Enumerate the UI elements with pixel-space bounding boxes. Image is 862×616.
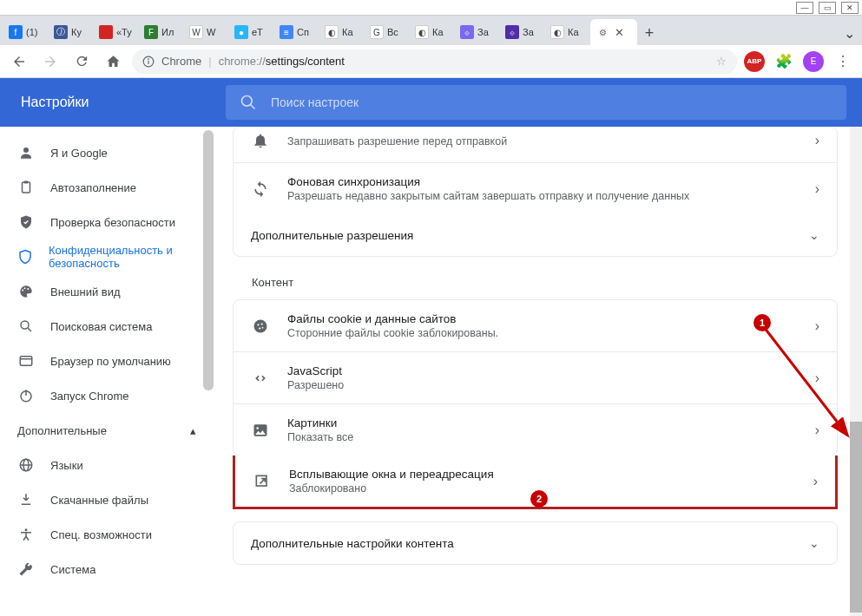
profile-avatar[interactable]: Е — [803, 51, 824, 72]
window-maximize-button[interactable]: ▭ — [819, 2, 836, 14]
tab-favicon-icon: G — [370, 25, 384, 39]
row-background-sync[interactable]: Фоновая синхронизация Разрешать недавно … — [234, 162, 837, 214]
browser-tab[interactable]: ◐Ка — [545, 19, 590, 45]
bookmark-star-icon[interactable]: ☆ — [716, 55, 727, 68]
sidebar-item[interactable]: Автозаполнение — [0, 170, 214, 205]
row-cookies[interactable]: Файлы cookie и данные сайтов Сторонние ф… — [234, 300, 837, 351]
row-subtitle: Разрешать недавно закрытым сайтам заверш… — [287, 190, 798, 202]
search-placeholder: Поиск настроек — [271, 95, 359, 109]
row-additional-content-settings[interactable]: Дополнительные настройки контента ⌄ — [234, 522, 837, 564]
abp-extension-icon[interactable]: ABP — [744, 51, 765, 72]
reload-button[interactable] — [69, 49, 94, 74]
row-title: Картинки — [287, 416, 798, 429]
svg-point-10 — [27, 288, 29, 290]
sidebar-item[interactable]: Браузер по умолчанию — [0, 344, 214, 378]
browser-tab[interactable]: ⟐За — [500, 19, 545, 45]
sidebar-item[interactable]: Я и Google — [0, 135, 214, 170]
tab-favicon-icon: ◐ — [550, 25, 564, 39]
tab-label: «Ту — [116, 27, 132, 37]
annotation-badge-2: 2 — [530, 490, 548, 508]
browser-tab[interactable]: GВс — [365, 19, 410, 45]
row-notifications[interactable]: Запрашивать разрешение перед отправкой › — [234, 128, 837, 162]
new-tab-button[interactable]: + — [637, 21, 661, 45]
tab-label: Ку — [71, 27, 82, 37]
tab-favicon-icon: ≡ — [280, 25, 293, 39]
window-close-button[interactable]: ✕ — [841, 2, 859, 14]
back-button[interactable] — [7, 49, 31, 74]
svg-point-1 — [148, 58, 149, 60]
clipboard-icon — [17, 179, 35, 196]
palette-icon — [17, 283, 35, 300]
tab-label: W — [207, 27, 215, 37]
os-titlebar: — ▭ ✕ — [0, 0, 862, 16]
wrench-icon — [17, 560, 35, 578]
sidebar-item[interactable]: Проверка безопасности — [0, 205, 214, 239]
browser-tab[interactable]: ●eT — [229, 19, 274, 45]
svg-point-24 — [261, 323, 263, 324]
browser-tab[interactable]: ◐Ка — [410, 19, 455, 45]
browser-tab[interactable]: ◐Ка — [319, 19, 365, 45]
accessibility-icon — [17, 526, 35, 543]
sidebar-scrollbar[interactable] — [203, 130, 214, 390]
sidebar-item[interactable]: Языки — [0, 448, 214, 482]
svg-rect-6 — [23, 182, 30, 193]
extensions-puzzle-icon[interactable]: 🧩 — [772, 49, 796, 74]
row-subtitle: Запрашивать разрешение перед отправкой — [287, 135, 798, 147]
row-title: Дополнительные разрешения — [251, 229, 413, 242]
sidebar-item-label: Проверка безопасности — [50, 216, 175, 229]
sidebar-item[interactable]: Спец. возможности — [0, 517, 214, 552]
tab-overflow-button[interactable]: ⌄ — [839, 21, 859, 45]
row-additional-permissions[interactable]: Дополнительные разрешения ⌄ — [234, 214, 837, 256]
browser-tab[interactable]: ≡Сп — [274, 19, 319, 45]
tab-label: Ка — [568, 27, 579, 37]
tab-favicon-icon: ● — [234, 25, 248, 39]
sidebar-item-label: Поисковая система — [50, 320, 153, 333]
window-icon — [17, 352, 35, 370]
tab-close-icon[interactable]: ✕ — [615, 26, 624, 39]
home-button[interactable] — [101, 49, 125, 74]
browser-tab-active[interactable]: ⚙ ✕ — [590, 19, 637, 45]
settings-sidebar: Я и GoogleАвтозаполнениеПроверка безопас… — [0, 127, 214, 616]
browser-tab[interactable]: WW — [184, 19, 229, 45]
settings-search-input[interactable]: Поиск настроек — [226, 85, 846, 120]
settings-gear-icon: ⚙ — [596, 25, 609, 39]
sidebar-item[interactable]: Запуск Chrome — [0, 378, 214, 413]
sidebar-item-label: Браузер по умолчанию — [50, 355, 171, 368]
svg-point-21 — [25, 528, 28, 531]
sidebar-item-label: Система — [50, 563, 95, 576]
browser-tab[interactable]: «Ту — [94, 19, 139, 45]
address-bar[interactable]: Chrome | chrome://settings/content ☆ — [132, 49, 737, 74]
browser-menu-button[interactable]: ⋮ — [831, 49, 855, 74]
svg-rect-13 — [20, 357, 32, 366]
sidebar-item[interactable]: Система — [0, 552, 214, 587]
row-subtitle: Показать все — [287, 431, 798, 443]
browser-toolbar: Chrome | chrome://settings/content ☆ ABP… — [0, 45, 862, 78]
browser-tabstrip: f(1)ⒿКу«ТуFИлWW●eT≡Сп◐КаGВс◐Ка⟐За⟐За◐Ка … — [0, 16, 862, 45]
sidebar-item[interactable]: Конфиденциальность и безопасность — [0, 239, 214, 274]
browser-tab[interactable]: ⟐За — [455, 19, 500, 45]
browser-tab[interactable]: FИл — [139, 19, 184, 45]
tab-label: Вс — [387, 27, 398, 37]
sidebar-item[interactable]: Внешний вид — [0, 274, 214, 309]
sidebar-item-label: Спец. возможности — [50, 528, 152, 541]
window-minimize-button[interactable]: — — [796, 2, 813, 14]
browser-tab[interactable]: ⒿКу — [49, 19, 94, 45]
shield-check-icon — [17, 213, 35, 231]
settings-title: Настройки — [0, 95, 226, 110]
annotation-badge-1: 1 — [753, 314, 771, 331]
sidebar-item[interactable]: Скачанные файлы — [0, 482, 214, 517]
row-title: Дополнительные настройки контента — [251, 537, 454, 550]
tab-favicon-icon: ⟐ — [505, 25, 519, 39]
row-images[interactable]: Картинки Показать все › — [234, 403, 837, 455]
tab-label: Сп — [297, 27, 309, 37]
svg-rect-2 — [148, 60, 148, 63]
sidebar-section-advanced[interactable]: Дополнительные ▴ — [0, 413, 214, 448]
image-icon — [251, 421, 270, 440]
row-javascript[interactable]: JavaScript Разрешено › — [234, 351, 837, 403]
svg-point-3 — [242, 96, 253, 107]
svg-rect-7 — [24, 181, 29, 184]
sidebar-item[interactable]: Поисковая система — [0, 309, 214, 344]
forward-button[interactable] — [38, 49, 63, 74]
browser-tab[interactable]: f(1) — [3, 19, 49, 45]
svg-point-26 — [262, 326, 264, 328]
